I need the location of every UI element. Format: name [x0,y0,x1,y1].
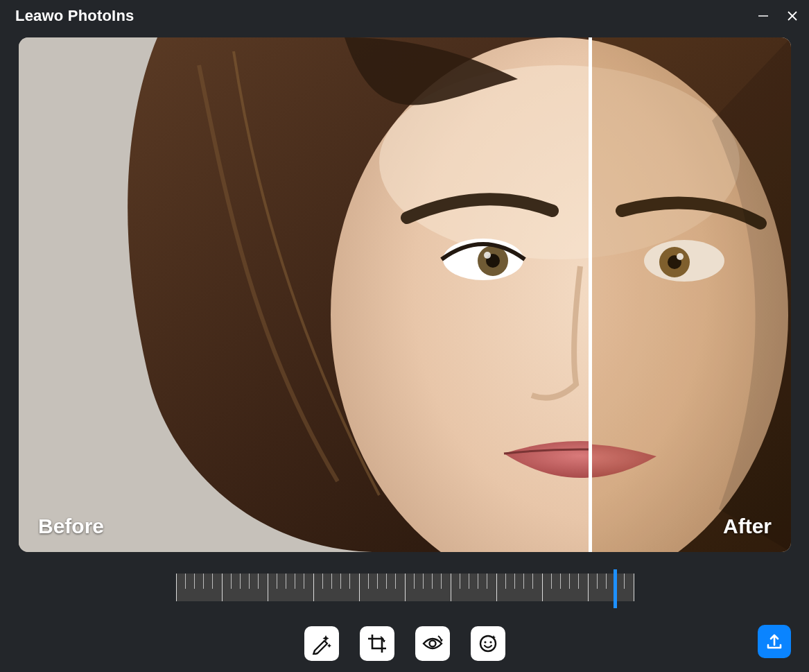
auto-enhance-button[interactable] [304,626,339,661]
auto-enhance-icon [311,632,333,655]
export-button[interactable] [758,625,791,658]
svg-point-29 [429,641,435,647]
svg-point-32 [489,641,492,643]
before-label: Before [38,515,104,538]
close-icon [787,10,798,21]
svg-rect-28 [589,37,592,552]
crop-rotate-icon [366,632,388,655]
crop-rotate-button[interactable] [360,626,394,661]
window-controls [756,9,799,23]
eye-enhance-icon [421,632,444,655]
preview-image [19,37,791,552]
app-title: Leawo PhotoIns [15,7,134,25]
comparison-slider[interactable] [176,570,634,605]
preview-area[interactable]: Before After [19,37,791,552]
minimize-button[interactable] [756,9,770,23]
tool-toolbar [0,626,809,661]
face-retouch-button[interactable] [471,626,505,661]
svg-point-12 [484,252,491,259]
titlebar: Leawo PhotoIns [0,0,809,32]
close-button[interactable] [785,9,799,23]
face-retouch-icon [477,632,499,655]
after-label: After [723,515,772,538]
export-icon [765,632,784,651]
ruler-track [176,574,634,601]
ruler-handle[interactable] [614,569,617,608]
minimize-icon [758,10,769,21]
eye-enhance-button[interactable] [415,626,450,661]
svg-point-31 [484,641,486,643]
